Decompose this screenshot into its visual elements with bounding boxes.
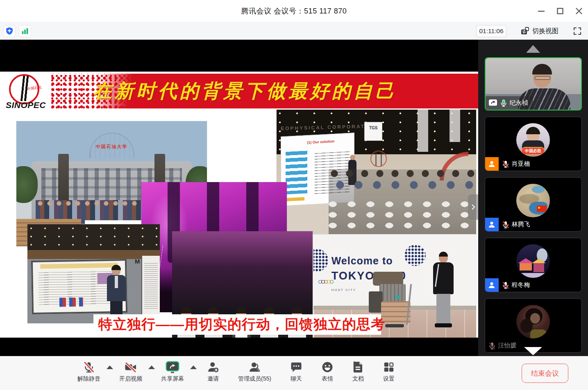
maximize-button[interactable] bbox=[554, 5, 566, 17]
start-video-button[interactable]: 开启视频 bbox=[119, 360, 142, 383]
members-icon bbox=[248, 361, 261, 373]
switch-view-label: 切换视图 bbox=[532, 27, 558, 36]
participant-tile-wangyiyuan[interactable]: 汪怡媛 bbox=[485, 298, 582, 353]
meeting-controls-bar: 解除静音 开启视频 bbox=[0, 356, 588, 390]
person-icon bbox=[488, 281, 496, 289]
avatar-ribbon: 中国必胜 bbox=[522, 148, 544, 154]
participant-tile-lintengfei[interactable]: 林腾飞 bbox=[485, 177, 582, 232]
mic-muted-icon bbox=[502, 160, 510, 168]
signal-bars-icon bbox=[20, 27, 30, 36]
meeting-topbar: 01:11:06 切换视图 bbox=[0, 23, 588, 40]
slide-caption: 特立独行——用切实的行动，回馈独立的思考 bbox=[93, 315, 385, 334]
next-page-button[interactable] bbox=[468, 194, 478, 220]
close-icon bbox=[574, 6, 584, 16]
photo-poster-session: M bbox=[27, 224, 160, 323]
slide-title-banner: 在新时代的背景下做最好的自己 bbox=[50, 74, 478, 108]
chat-bubble-icon bbox=[290, 361, 302, 373]
share-screen-button[interactable]: 共享屏幕 bbox=[161, 360, 184, 383]
tokyo-logo-right bbox=[404, 245, 426, 266]
meeting-security-button[interactable] bbox=[3, 25, 16, 37]
shared-screen-stage: 中国石化 SINOPEC 在新时代的背景下做最好的自己 中国石油大学 EAGE bbox=[0, 40, 478, 356]
window-title: 腾讯会议 会议号：515 117 870 bbox=[0, 0, 588, 23]
mic-muted-icon bbox=[502, 281, 510, 289]
close-button[interactable] bbox=[573, 5, 585, 17]
expo-sinopec-logo bbox=[370, 151, 387, 167]
chat-button[interactable]: 聊天 bbox=[290, 360, 302, 383]
share-options-arrow[interactable] bbox=[190, 365, 197, 369]
invite-button[interactable]: 邀请 bbox=[207, 360, 219, 383]
mic-muted-icon bbox=[83, 361, 95, 373]
docs-button[interactable]: 文档 bbox=[352, 360, 364, 383]
fullscreen-button[interactable] bbox=[572, 26, 582, 36]
settings-grid-icon bbox=[383, 361, 395, 373]
participant-badge bbox=[485, 278, 499, 292]
video-options-arrow[interactable] bbox=[148, 365, 155, 369]
participant-name: 肖亚楠 bbox=[512, 160, 530, 168]
share-screen-icon bbox=[165, 361, 180, 374]
chevron-right-icon bbox=[470, 203, 477, 211]
participant-name: 程冬梅 bbox=[512, 281, 530, 289]
china-flag bbox=[537, 205, 547, 212]
smiley-icon bbox=[321, 361, 334, 373]
emoji-button[interactable]: 表情 bbox=[321, 360, 334, 383]
screen-sharing-icon bbox=[488, 99, 497, 107]
minimize-icon bbox=[536, 6, 547, 16]
invite-person-icon bbox=[207, 361, 219, 373]
participant-tile-jiyongzhen[interactable]: 纪永祯 bbox=[485, 57, 582, 110]
switch-view-button[interactable]: 切换视图 bbox=[520, 27, 558, 36]
tokyo-welcome-line1: Welcome to bbox=[331, 255, 393, 267]
mic-on-icon bbox=[499, 99, 508, 107]
end-meeting-button[interactable]: 结束会议 bbox=[522, 364, 568, 383]
participant-name: 纪永祯 bbox=[510, 99, 528, 107]
sinopec-logo-en: SINOPEC bbox=[6, 100, 46, 110]
photo-expo-presentation: EOPHYSICAL CORPORATION TGS (1) Our solut… bbox=[277, 110, 476, 234]
participant-badge bbox=[485, 218, 499, 231]
shield-plus-icon bbox=[5, 27, 14, 36]
tile-dim-overlay bbox=[485, 299, 581, 352]
hand-raised-badge bbox=[485, 157, 499, 171]
tokyo-traveler bbox=[431, 253, 455, 338]
scroll-down-arrow[interactable] bbox=[524, 347, 542, 355]
olympic-rings bbox=[318, 280, 333, 284]
tokyo-logo-left bbox=[313, 249, 328, 272]
person-icon bbox=[488, 221, 496, 229]
settings-button[interactable]: 设置 bbox=[383, 360, 395, 383]
sinopec-logo: 中国石化 SINOPEC bbox=[3, 72, 48, 113]
participant-tile-chengdongmei[interactable]: 程冬梅 bbox=[485, 238, 582, 292]
participants-panel: 纪永祯 中国必胜 bbox=[478, 40, 588, 356]
campus-sign: 中国石油大学 bbox=[16, 144, 207, 150]
scroll-up-arrow[interactable] bbox=[526, 45, 540, 53]
slide-title: 在新时代的背景下做最好的自己 bbox=[93, 79, 397, 104]
mic-muted-icon bbox=[502, 221, 510, 229]
window-titlebar: 腾讯会议 会议号：515 117 870 bbox=[0, 0, 588, 23]
switch-view-icon bbox=[520, 27, 529, 36]
tgs-sign: TGS bbox=[364, 122, 382, 141]
network-status-button[interactable] bbox=[19, 25, 31, 37]
person-icon bbox=[488, 160, 496, 168]
avatar bbox=[516, 244, 550, 278]
slide-caption-band: 特立独行——用切实的行动，回馈独立的思考 bbox=[93, 314, 381, 335]
camera-muted-icon bbox=[124, 361, 137, 373]
participant-tile-xiaoyanan[interactable]: 中国必胜 肖亚楠 bbox=[485, 117, 582, 171]
avatar: 中国必胜 bbox=[516, 123, 550, 157]
minimize-button[interactable] bbox=[536, 5, 547, 17]
participant-name: 林腾飞 bbox=[512, 221, 530, 228]
document-icon bbox=[352, 361, 364, 373]
unmute-button[interactable]: 解除静音 bbox=[77, 360, 100, 383]
fullscreen-icon bbox=[572, 26, 582, 36]
meeting-timer: 01:11:06 bbox=[476, 25, 506, 37]
mic-options-arrow[interactable] bbox=[107, 365, 113, 369]
maximize-icon bbox=[555, 6, 565, 16]
avatar bbox=[516, 184, 550, 217]
shared-slide: 中国石化 SINOPEC 在新时代的背景下做最好的自己 中国石油大学 EAGE bbox=[0, 72, 478, 338]
manage-members-button[interactable]: 管理成员(55) bbox=[238, 360, 271, 383]
